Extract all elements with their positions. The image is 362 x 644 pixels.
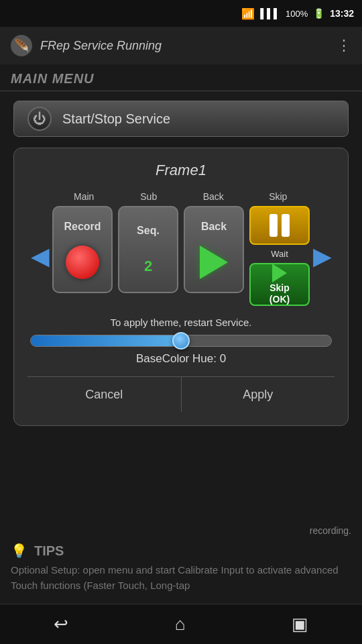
status-bar: 📶 ▌▌▌ 100% 🔋 13:32 bbox=[0, 0, 362, 27]
modal-title: Frame1 bbox=[27, 162, 335, 179]
start-stop-button[interactable]: ⏻ Start/Stop Service bbox=[13, 101, 349, 137]
record-label: Record bbox=[64, 221, 101, 233]
tips-label: TIPS bbox=[34, 543, 64, 559]
slider-fill bbox=[31, 335, 181, 346]
recording-text: recording. bbox=[11, 525, 351, 536]
theme-modal: Frame1 Main Sub Back Skip ◀ Record Seq. … bbox=[13, 148, 349, 426]
chevron-right-icon: ▶ bbox=[313, 242, 332, 270]
clock: 13:32 bbox=[330, 8, 354, 19]
seq-number: 2 bbox=[144, 258, 152, 275]
back-nav-button[interactable]: ↩ bbox=[54, 614, 68, 635]
tips-row: 💡 TIPS bbox=[11, 543, 351, 559]
button-group: Record Seq. 2 Back bbox=[52, 206, 310, 306]
recent-nav-button[interactable]: ▣ bbox=[292, 614, 308, 635]
nav-right-button[interactable]: ▶ bbox=[310, 236, 335, 276]
hue-label: BaseColor Hue: 0 bbox=[27, 352, 335, 366]
back-label: Back bbox=[201, 221, 227, 233]
col-skip-label: Skip bbox=[249, 191, 308, 202]
back-nav-icon: ↩ bbox=[54, 614, 68, 634]
bulb-icon: 💡 bbox=[11, 543, 27, 559]
nav-left-button[interactable]: ◀ bbox=[27, 236, 52, 276]
col-back-label: Back bbox=[184, 191, 243, 202]
wait-label: Wait bbox=[249, 249, 310, 259]
app-title: FRep Service Running bbox=[40, 39, 162, 53]
chevron-left-icon: ◀ bbox=[31, 242, 50, 270]
seq-button[interactable]: Seq. 2 bbox=[118, 206, 178, 293]
modal-footer: Cancel Apply bbox=[27, 376, 335, 412]
col-sub-label: Sub bbox=[119, 191, 179, 202]
slider-thumb[interactable] bbox=[172, 332, 190, 350]
home-nav-icon: ⌂ bbox=[175, 614, 186, 634]
background-content: recording. 💡 TIPS Optional Setup: open m… bbox=[0, 515, 362, 604]
hue-slider-container bbox=[27, 335, 335, 347]
seq-label: Seq. bbox=[137, 225, 160, 237]
app-bar: 🪶 FRep Service Running ⋮ bbox=[0, 27, 362, 64]
record-indicator bbox=[66, 246, 99, 279]
battery-text: 100% bbox=[286, 9, 308, 19]
main-menu-label: MAIN MENU bbox=[0, 64, 362, 91]
skip-column: Wait Skip(OK) bbox=[249, 206, 310, 306]
back-button[interactable]: Back bbox=[184, 206, 244, 293]
record-button[interactable]: Record bbox=[52, 206, 113, 293]
app-logo: 🪶 bbox=[11, 35, 32, 56]
battery-icon: 🔋 bbox=[313, 8, 324, 19]
buttons-row: ◀ Record Seq. 2 Back bbox=[27, 206, 335, 306]
overflow-menu-button[interactable]: ⋮ bbox=[337, 37, 351, 54]
skip-ok-label: Skip(OK) bbox=[269, 282, 290, 305]
wifi-icon: 📶 bbox=[241, 7, 255, 20]
recent-nav-icon: ▣ bbox=[292, 614, 308, 634]
skip-ok-button[interactable]: Skip(OK) bbox=[249, 263, 310, 306]
hue-slider-track[interactable] bbox=[30, 335, 332, 347]
power-icon: ⏻ bbox=[27, 107, 52, 131]
col-main-label: Main bbox=[54, 191, 114, 202]
start-stop-label: Start/Stop Service bbox=[62, 111, 170, 127]
wait-icon bbox=[269, 214, 290, 237]
wait-button[interactable] bbox=[249, 206, 310, 245]
skip-play-icon bbox=[272, 264, 287, 282]
apply-button[interactable]: Apply bbox=[182, 377, 335, 412]
bottom-nav: ↩ ⌂ ▣ bbox=[0, 604, 362, 644]
cancel-button[interactable]: Cancel bbox=[27, 377, 182, 412]
apply-theme-notice: To apply theme, restart Service. bbox=[27, 317, 335, 328]
signal-icon: ▌▌▌ bbox=[260, 8, 280, 19]
tips-text: Optional Setup: open menu and start Cali… bbox=[11, 563, 351, 593]
play-icon bbox=[200, 246, 228, 279]
home-nav-button[interactable]: ⌂ bbox=[175, 614, 186, 635]
